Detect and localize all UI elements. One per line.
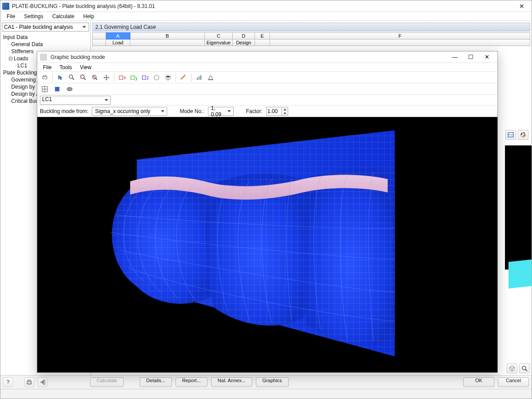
chevron-down-icon[interactable]: ▼ [282,111,288,115]
solid-icon[interactable] [52,84,62,94]
factor-stepper-buttons[interactable]: ▲ ▼ [282,107,288,115]
analysis-selector[interactable]: CA1 - Plate buckling analysis [2,23,89,31]
graphics-button[interactable]: Graphics [256,377,289,387]
row2-load: Load [106,39,130,46]
view-iso2-icon[interactable] [163,73,173,82]
print-icon[interactable] [40,73,50,82]
collapse-icon[interactable]: ⊟ [8,55,13,62]
svg-text:x: x [124,74,125,81]
buckling-mode-from-selector[interactable]: Sigma_x occurring only [92,107,167,116]
view-iso-icon[interactable] [152,73,161,82]
cube-view-icon[interactable] [507,364,517,373]
svg-rect-27 [199,76,200,80]
select-icon[interactable] [55,73,65,82]
menu-file[interactable]: File [2,12,20,20]
report-button[interactable]: Report... [176,377,207,387]
chevron-up-icon[interactable]: ▲ [282,107,288,111]
magnify-icon[interactable] [519,364,530,373]
col-A[interactable]: A [106,33,130,39]
factor-label: Factor: [246,108,262,114]
details-button[interactable]: Details... [140,377,172,387]
mode-no-value: 1, 0.09 [211,105,225,117]
modal-menu-tools[interactable]: Tools [55,63,76,71]
modal-menubar: File Tools View [37,63,497,72]
pan-icon[interactable] [102,73,111,82]
view-z-icon[interactable]: z [140,73,150,82]
window-title: PLATE-BUCKLING - Plate buckling analysis… [12,3,514,9]
separator [52,74,53,82]
section-header: 2.1 Governing Load Case [92,23,530,31]
mode-no-selector[interactable]: 1, 0.09 [208,107,234,116]
export-icon[interactable] [38,377,47,387]
modal-lc-row: LC1 [37,95,497,106]
measure-icon[interactable] [179,73,188,82]
right-tool-strip: •1 [505,130,530,140]
viewport-3d[interactable] [37,117,497,372]
menu-settings[interactable]: Settings [20,12,47,20]
col-E[interactable]: E [255,33,270,39]
print-icon[interactable] [24,377,34,387]
supports-icon[interactable] [206,73,215,82]
mode-no-label: Mode No.: [180,108,204,114]
svg-rect-22 [131,76,134,79]
svg-point-4 [522,366,526,370]
separator [176,74,176,82]
close-icon[interactable]: ✕ [514,1,530,11]
modal-menu-view[interactable]: View [76,63,95,71]
modal-params-row: Buckling mode from: Sigma_x occurring on… [37,106,497,117]
tree-input-data[interactable]: Input Data [1,34,90,41]
svg-rect-33 [55,87,59,91]
modal-toolbar-1: x y z [37,72,497,83]
svg-line-13 [72,78,74,80]
menubar: File Settings Calculate Help [0,12,532,21]
col-C[interactable]: C [205,33,233,39]
svg-point-14 [81,75,84,78]
results-icon[interactable] [194,73,204,82]
help-icon[interactable]: ? [3,377,13,387]
view-y-icon[interactable]: y [129,73,138,82]
row2-eigenvalue: Eigenvalue [205,39,233,46]
col-F[interactable]: F [270,33,530,39]
svg-line-5 [525,369,527,371]
maximize-icon[interactable]: ☐ [463,52,479,62]
minimize-icon[interactable]: — [447,52,463,62]
app-icon [2,3,9,10]
wireframe-icon[interactable] [40,84,50,94]
svg-text:•1: •1 [521,131,526,137]
svg-rect-11 [43,75,46,77]
modal-menu-file[interactable]: File [39,63,55,71]
nat-annex-button[interactable]: Nat. Annex... [211,377,252,387]
svg-text:z: z [147,74,149,81]
view-x-icon[interactable]: x [117,73,127,82]
buckling-mesh-render [37,117,497,372]
toggle-view-a-icon[interactable] [505,130,516,140]
zoom-previous-icon[interactable] [90,73,100,82]
zoom-window-icon[interactable] [67,73,77,82]
row2-corner [93,39,106,46]
buckling-mode-from-value: Sigma_x occurring only [95,108,150,114]
modal-app-icon [40,54,47,61]
toggle-view-b-icon[interactable]: •1 [518,130,528,140]
col-corner[interactable] [93,33,106,39]
col-B[interactable]: B [130,33,205,39]
calculate-button[interactable]: Calculate [90,377,124,387]
mesh-icon[interactable] [65,84,74,94]
svg-rect-24 [142,76,146,79]
ok-button[interactable]: OK [463,377,494,387]
status-strip [0,389,532,399]
tree-general-data[interactable]: ·General Data [1,41,90,48]
modal-titlebar: Graphic buckling mode — ☐ ✕ [37,51,497,63]
load-case-selector[interactable]: LC1 [40,96,111,105]
menu-calculate[interactable]: Calculate [48,12,79,20]
svg-rect-9 [43,380,45,384]
modal-toolbar-2 [37,83,497,95]
factor-stepper[interactable]: 1.00 ▲ ▼ [266,107,288,116]
modal-close-icon[interactable]: ✕ [479,52,495,62]
separator [191,74,192,82]
row2-blank2 [255,39,270,46]
col-D[interactable]: D [233,33,255,39]
svg-rect-7 [28,380,31,381]
menu-help[interactable]: Help [79,12,99,20]
zoom-extents-icon[interactable] [78,73,88,82]
cancel-button[interactable]: Cancel [498,377,529,387]
